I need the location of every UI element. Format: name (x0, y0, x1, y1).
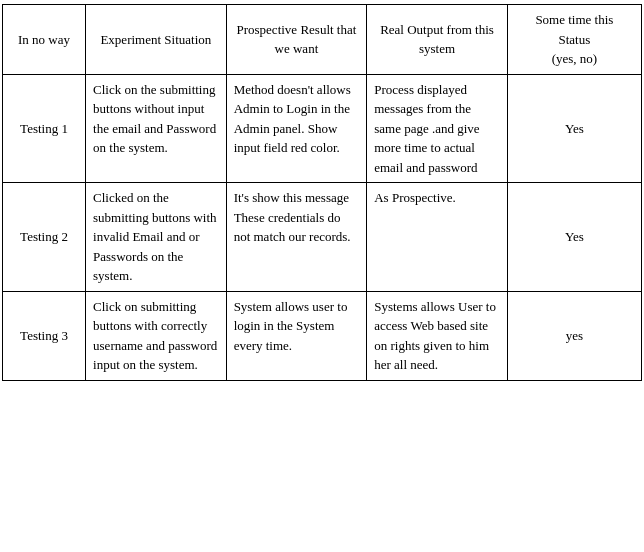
row-1-situation: Click on the submitting buttons without … (86, 74, 227, 183)
row-2-prospective: It's show this message These credentials… (226, 183, 367, 292)
row-2-id: Testing 2 (3, 183, 86, 292)
row-3-id: Testing 3 (3, 291, 86, 380)
testing-table: In no way Experiment Situation Prospecti… (2, 4, 642, 381)
header-col5: Some time thisStatus(yes, no) (507, 5, 641, 75)
row-3-prospective: System allows user to login in the Syste… (226, 291, 367, 380)
header-col4: Real Output from this system (367, 5, 508, 75)
row-1-prospective: Method doesn't allows Admin to Login in … (226, 74, 367, 183)
header-col2: Experiment Situation (86, 5, 227, 75)
header-col1: In no way (3, 5, 86, 75)
header-col3: Prospective Result that we want (226, 5, 367, 75)
row-3-status: yes (507, 291, 641, 380)
row-1-id: Testing 1 (3, 74, 86, 183)
row-2-status: Yes (507, 183, 641, 292)
row-1-real-output: Process displayed messages from the same… (367, 74, 508, 183)
row-3-real-output: Systems allows User to access Web based … (367, 291, 508, 380)
row-2-situation: Clicked on the submitting buttons with i… (86, 183, 227, 292)
row-3-situation: Click on submitting buttons with correct… (86, 291, 227, 380)
row-1-status: Yes (507, 74, 641, 183)
row-2-real-output: As Prospective. (367, 183, 508, 292)
table-row: Testing 2Clicked on the submitting butto… (3, 183, 642, 292)
table-row: Testing 1Click on the submitting buttons… (3, 74, 642, 183)
table-row: Testing 3Click on submitting buttons wit… (3, 291, 642, 380)
